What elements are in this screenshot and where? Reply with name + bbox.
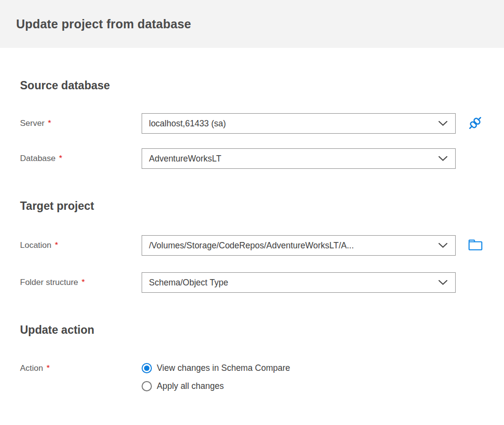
action-label: Action* [20, 364, 142, 373]
location-label: Location* [20, 241, 142, 250]
database-dropdown-value: AdventureWorksLT [149, 154, 433, 164]
location-dropdown-value: /Volumes/Storage/CodeRepos/AdventureWork… [149, 241, 433, 251]
server-dropdown[interactable]: localhost,61433 (sa) [142, 113, 456, 134]
server-label: Server* [20, 119, 142, 128]
connect-plug-icon [465, 113, 485, 134]
database-row: Database* AdventureWorksLT [20, 148, 504, 169]
radio-view-changes-in-schema-compare[interactable]: View changes in Schema Compare [142, 363, 290, 373]
folder-structure-label: Folder structure* [20, 278, 142, 287]
radio-apply-all-changes[interactable]: Apply all changes [142, 381, 290, 391]
chevron-down-icon [439, 156, 447, 161]
radio-label: Apply all changes [157, 381, 224, 391]
section-heading-update-action: Update action [20, 323, 504, 337]
server-row: Server* localhost,61433 (sa) [20, 113, 504, 134]
chevron-down-icon [439, 280, 447, 285]
database-label: Database* [20, 154, 142, 163]
action-radio-group: View changes in Schema Compare Apply all… [142, 363, 290, 391]
dialog-body: Source database Server* localhost,61433 … [0, 79, 504, 391]
browse-folder-button[interactable] [465, 235, 485, 256]
dialog-header: Update project from database [0, 0, 504, 48]
required-asterisk: * [55, 241, 58, 250]
folder-structure-row: Folder structure* Schema/Object Type [20, 272, 504, 293]
connect-server-button[interactable] [465, 113, 485, 134]
section-heading-target-project: Target project [20, 199, 504, 213]
required-asterisk: * [82, 278, 85, 287]
radio-label: View changes in Schema Compare [157, 363, 290, 373]
database-dropdown[interactable]: AdventureWorksLT [142, 148, 456, 169]
required-asterisk: * [48, 119, 51, 128]
location-row: Location* /Volumes/Storage/CodeRepos/Adv… [20, 235, 504, 256]
action-row: Action* View changes in Schema Compare A… [20, 363, 504, 391]
server-dropdown-value: localhost,61433 (sa) [149, 119, 433, 129]
section-heading-source-database: Source database [20, 79, 504, 92]
chevron-down-icon [439, 121, 447, 126]
chevron-down-icon [439, 243, 447, 248]
folder-structure-dropdown-value: Schema/Object Type [149, 278, 433, 288]
folder-structure-dropdown[interactable]: Schema/Object Type [142, 272, 456, 293]
required-asterisk: * [59, 154, 63, 163]
radio-selected-icon [142, 363, 152, 373]
radio-unselected-icon [142, 381, 152, 391]
location-dropdown[interactable]: /Volumes/Storage/CodeRepos/AdventureWork… [142, 235, 456, 256]
folder-icon [466, 237, 484, 255]
dialog-title: Update project from database [16, 17, 191, 31]
required-asterisk: * [46, 364, 50, 373]
